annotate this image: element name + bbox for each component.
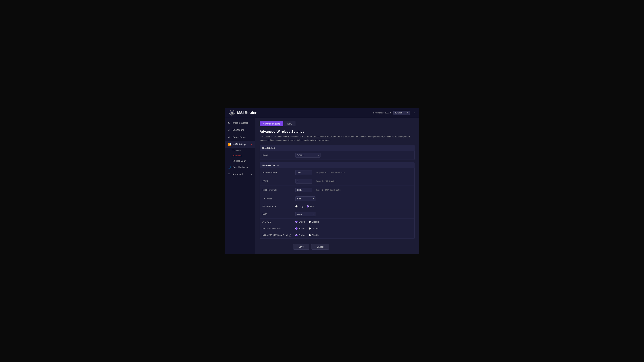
app-title: MSI Router (237, 111, 256, 115)
dtim-hint: (range 1 - 255, default 1) (316, 180, 336, 182)
beacon-period-input[interactable] (295, 170, 312, 175)
guard-interval-auto-radio[interactable] (307, 205, 309, 207)
rts-threshold-label: RTS Threshold (262, 189, 293, 191)
guard-interval-auto-option[interactable]: Auto (307, 205, 314, 208)
band-field-row: Band 5GHz-2 2.4GHz 5GHz-1 (260, 151, 414, 160)
dtim-label: DTIM (262, 180, 293, 183)
wireless-section-header: Wireless 5GHz-2 (260, 162, 414, 168)
sidebar-item-label: WiFi Setting (233, 143, 246, 146)
a-mpdu-disable-option[interactable]: Disable (308, 221, 319, 223)
internet-wizard-icon: ⚙ (228, 121, 231, 124)
rts-threshold-hint: (range 1 - 2347, default 2347) (316, 189, 340, 191)
beacon-period-hint: ms (range 100 - 1000, default 100) (316, 171, 344, 173)
dashboard-icon: ⌂ (228, 128, 231, 131)
multicast-unicast-enable-radio[interactable] (295, 227, 298, 230)
multicast-unicast-disable-radio[interactable] (308, 227, 311, 230)
logout-icon: ⇥ (412, 111, 415, 115)
page-description: This section allows advanced wireless se… (260, 135, 414, 142)
sidebar-wifi-submenu: Wireless Advanced Multiple SSID (225, 148, 255, 163)
logout-button[interactable]: ⇥ (412, 111, 415, 115)
a-mpdu-enable-label: Enable (298, 221, 305, 223)
tab-wps[interactable]: WPS (284, 121, 296, 126)
guard-interval-auto-label: Auto (310, 205, 314, 208)
mu-mimo-disable-radio[interactable] (308, 234, 311, 236)
sidebar-item-label: Internet Wizard (232, 121, 248, 124)
band-select-body: Band 5GHz-2 2.4GHz 5GHz-1 (260, 151, 414, 160)
advanced-icon: ☰ (228, 173, 231, 176)
guest-network-icon: 🌐 (228, 165, 231, 169)
multicast-unicast-radio-group: Enable Disable (295, 227, 319, 230)
tab-advanced-setting[interactable]: Advanced Setting (260, 121, 284, 126)
sidebar-item-advanced[interactable]: ☰ Advanced ▼ (225, 171, 255, 178)
game-center-icon: ◈ (228, 135, 231, 139)
a-mpdu-disable-label: Disable (312, 221, 319, 223)
sidebar-sub-advanced[interactable]: Advanced (232, 153, 255, 158)
a-mpdu-label: A-MPDU (262, 221, 293, 223)
beacon-period-row: Beacon Period ms (range 100 - 1000, defa… (260, 168, 414, 177)
a-mpdu-enable-option[interactable]: Enable (295, 221, 305, 223)
mu-mimo-enable-radio[interactable] (295, 234, 298, 236)
header-right: Firmware: 663313 English Chinese Japanes… (373, 111, 415, 115)
main-layout: ⚙ Internet Wizard ⌂ Dashboard ◈ Game Cen… (225, 118, 419, 254)
multicast-unicast-enable-label: Enable (298, 227, 305, 230)
guard-interval-radio-group: Long Auto (295, 205, 314, 208)
page-title: Advanced Wireless Settings (260, 130, 414, 134)
guard-interval-label: Guard Interval (262, 205, 293, 208)
logo-shield-icon: M (229, 110, 235, 116)
multicast-unicast-disable-option[interactable]: Disable (308, 227, 319, 230)
a-mpdu-disable-radio[interactable] (308, 221, 311, 223)
band-select-section: Band Select Band 5GHz-2 2.4GHz 5GHz-1 (260, 145, 414, 160)
a-mpdu-row: A-MPDU Enable Disable (260, 219, 414, 225)
sidebar-item-guest-network[interactable]: 🌐 Guest Network (225, 163, 255, 171)
dtim-row: DTIM (range 1 - 255, default 1) (260, 177, 414, 186)
multicast-unicast-disable-label: Disable (312, 227, 319, 230)
dtim-input[interactable] (295, 179, 312, 184)
language-selector[interactable]: English Chinese Japanese (394, 111, 410, 115)
multicast-unicast-row: Multicast-to-Unicast Enable Disable (260, 225, 414, 232)
cancel-button[interactable]: Cancel (311, 244, 329, 250)
guard-interval-long-radio[interactable] (295, 205, 298, 207)
wireless-section-body: Beacon Period ms (range 100 - 1000, defa… (260, 168, 414, 239)
sidebar-item-game-center[interactable]: ◈ Game Center (225, 133, 255, 141)
wifi-icon: 📶 (228, 143, 231, 146)
sidebar-item-internet-wizard[interactable]: ⚙ Internet Wizard (225, 119, 255, 126)
band-select-header: Band Select (260, 145, 414, 151)
mcs-select-wrapper[interactable]: Auto 0 1 2 3 (295, 212, 316, 216)
firmware-label: Firmware: 663313 (373, 111, 391, 114)
rts-threshold-input[interactable] (295, 188, 312, 192)
sidebar-item-dashboard[interactable]: ⌂ Dashboard (225, 126, 255, 133)
band-label: Band (262, 154, 293, 157)
rts-threshold-row: RTS Threshold (range 1 - 2347, default 2… (260, 186, 414, 194)
mu-mimo-radio-group: Enable Disable (295, 234, 319, 237)
guard-interval-long-option[interactable]: Long (295, 205, 304, 208)
band-select-wrapper[interactable]: 5GHz-2 2.4GHz 5GHz-1 (295, 153, 320, 158)
tx-power-label: TX Power (262, 197, 293, 200)
save-button[interactable]: Save (293, 244, 309, 250)
mu-mimo-disable-label: Disable (312, 234, 319, 237)
mcs-select[interactable]: Auto 0 1 2 3 (295, 212, 316, 216)
sidebar-sub-wireless[interactable]: Wireless (232, 148, 255, 153)
guard-interval-long-label: Long (298, 205, 304, 208)
content-area: Advanced Setting WPS Advanced Wireless S… (255, 118, 419, 254)
tx-power-select-wrapper[interactable]: Full High Medium Low (295, 196, 316, 201)
tx-power-row: TX Power Full High Medium Low (260, 194, 414, 203)
sidebar-item-label: Dashboard (232, 129, 244, 131)
tx-power-select[interactable]: Full High Medium Low (295, 196, 316, 201)
mcs-label: MCS (262, 213, 293, 215)
language-select[interactable]: English Chinese Japanese (394, 111, 410, 115)
tab-bar: Advanced Setting WPS (260, 121, 414, 126)
mu-mimo-row: MU-MIMO (TX-Beamforming) Enable Disable (260, 232, 414, 239)
mcs-row: MCS Auto 0 1 2 3 (260, 210, 414, 219)
wireless-section: Wireless 5GHz-2 Beacon Period ms (range … (260, 162, 414, 239)
sidebar-item-wifi-setting[interactable]: 📶 WiFi Setting ▼ (225, 141, 255, 148)
mu-mimo-enable-option[interactable]: Enable (295, 234, 305, 237)
band-select[interactable]: 5GHz-2 2.4GHz 5GHz-1 (295, 153, 320, 158)
multicast-unicast-enable-option[interactable]: Enable (295, 227, 305, 230)
guard-interval-row: Guard Interval Long Auto (260, 203, 414, 210)
sidebar-item-label: Game Center (232, 136, 246, 138)
a-mpdu-enable-radio[interactable] (295, 221, 298, 223)
mu-mimo-disable-option[interactable]: Disable (308, 234, 319, 237)
beacon-period-label: Beacon Period (262, 171, 293, 174)
sidebar-sub-multiple-ssid[interactable]: Multiple SSID (232, 158, 255, 163)
sidebar-item-label: Advanced (232, 173, 243, 176)
